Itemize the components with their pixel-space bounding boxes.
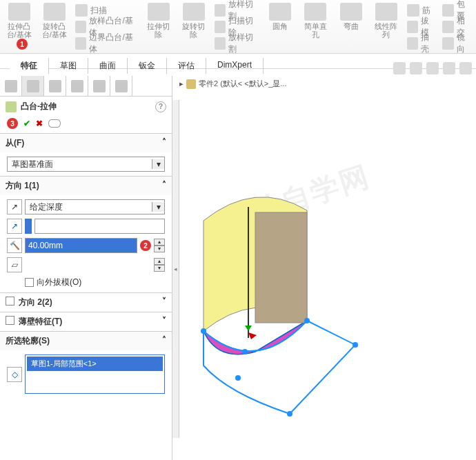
depth-spinner[interactable]: ▴▾ [154, 239, 165, 252]
tab-sheetmetal[interactable]: 钣金 [128, 58, 167, 74]
direction1-header[interactable]: 方向 1(1)˄ [0, 177, 172, 195]
svg-point-7 [287, 411, 292, 417]
viewport-3d[interactable]: 软件自学网 [179, 90, 476, 460]
extrude-icon [8, 3, 30, 21]
thin-feature-section[interactable]: 薄壁特征(T)˅ [0, 312, 172, 331]
property-panel: 凸台-拉伸 ? 3 ✔ ✖ 从(F)˄ 草图基准面▾ 方向 1(1)˄ ↗ 给定… [0, 76, 172, 460]
end-condition-combo[interactable]: 给定深度▾ [25, 199, 165, 214]
svg-point-9 [242, 349, 248, 354]
zoom-icon[interactable] [393, 62, 406, 74]
ribbon-shell[interactable]: 抽壳 [407, 36, 437, 51]
ribbon-revolve-boss[interactable]: 旋转凸台/基体 [39, 3, 69, 53]
extrude-feature-icon [6, 101, 17, 112]
thin-checkbox[interactable] [6, 316, 14, 325]
depth-icon: 🔨 [7, 238, 22, 253]
dropdown-icon: ▾ [152, 159, 164, 169]
depth-input[interactable]: 40.00mm [25, 238, 137, 253]
marker-3: 3 [7, 118, 18, 129]
ribbon-extrude-cut[interactable]: 拉伸切除 [143, 3, 173, 53]
ribbon-mirror[interactable]: 镜向 [442, 36, 472, 51]
marker-2: 2 [140, 240, 151, 251]
view-icon[interactable] [443, 62, 455, 74]
tab-surface[interactable]: 曲面 [88, 58, 128, 74]
command-tabs: 特征 草图 曲面 钣金 评估 DimXpert [10, 58, 264, 74]
breadcrumb[interactable]: ▸ 零件2 (默认< <默认>_显... [179, 79, 286, 89]
view-icons [393, 62, 472, 74]
contour-item[interactable]: 草图1-局部范围<1> [27, 357, 163, 371]
ribbon-hole[interactable]: 简单直孔 [301, 3, 330, 53]
panel-tab-2[interactable] [22, 76, 44, 96]
model-preview [179, 90, 476, 460]
tab-features[interactable]: 特征 [10, 58, 49, 74]
draft-spinner[interactable]: ▴▾ [154, 258, 165, 272]
ribbon-loft-cut2[interactable]: 放样切割 [215, 36, 260, 51]
help-icon[interactable]: ? [155, 101, 166, 112]
ribbon-bend[interactable]: 弯曲 [336, 3, 366, 53]
reverse-direction-icon[interactable]: ↗ [7, 199, 22, 214]
ribbon-fillet[interactable]: 圆角 [265, 3, 295, 53]
svg-point-4 [201, 328, 206, 334]
panel-tab-5[interactable] [88, 76, 110, 96]
crumb-arrow: ▸ [179, 79, 184, 88]
svg-point-6 [353, 342, 358, 348]
panel-tab-1[interactable] [0, 76, 22, 96]
selection-indicator [25, 219, 32, 234]
panel-tab-3[interactable] [44, 76, 66, 96]
ribbon: 1 拉伸凸台/基体 旋转凸台/基体 扫描 放样凸台/基体 边界凸台/基体 拉伸切… [0, 0, 476, 54]
svg-point-5 [304, 318, 310, 323]
crumb-text: 零件2 (默认< <默认>_显... [199, 79, 286, 89]
contour-icon: ◇ [7, 367, 22, 382]
feature-header: 凸台-拉伸 ? [0, 97, 172, 117]
tab-evaluate[interactable]: 评估 [167, 58, 206, 74]
panel-tab-4[interactable] [66, 76, 88, 96]
marker-1: 1 [17, 39, 28, 50]
tab-dimxpert[interactable]: DimXpert [206, 58, 264, 74]
direction2-section[interactable]: 方向 2(2)˅ [0, 292, 172, 312]
pan-icon[interactable] [410, 62, 422, 74]
draft-angle-icon[interactable]: ▱ [7, 257, 22, 272]
svg-point-8 [235, 375, 241, 381]
draft-outward-checkbox[interactable] [25, 278, 34, 287]
preview-icon[interactable] [48, 119, 61, 128]
contours-header[interactable]: 所选轮廓(S)˄ [0, 332, 172, 350]
from-section-header[interactable]: 从(F)˄ [0, 134, 172, 152]
rotate-icon[interactable] [426, 62, 439, 74]
panel-tab-6[interactable] [110, 76, 132, 96]
direction2-checkbox[interactable] [6, 297, 14, 306]
direction-icon[interactable]: ↗ [7, 219, 22, 234]
chevron-up-icon: ˄ [162, 137, 166, 149]
panel-collapse-bar[interactable]: ◂ [172, 100, 179, 438]
cancel-button[interactable]: ✖ [36, 119, 43, 128]
ribbon-boundary[interactable]: 边界凸台/基体 [75, 36, 139, 51]
tab-sketch[interactable]: 草图 [49, 58, 88, 74]
svg-rect-0 [255, 212, 307, 323]
ribbon-revolve-cut[interactable]: 旋转切除 [179, 3, 208, 53]
part-icon [186, 79, 196, 89]
ribbon-linear-pattern[interactable]: 线性阵列 [371, 3, 401, 53]
feature-title: 凸台-拉伸 [21, 101, 57, 112]
direction-input[interactable] [34, 219, 165, 234]
ok-button[interactable]: ✔ [23, 119, 30, 128]
contour-list[interactable]: 草图1-局部范围<1> [25, 354, 165, 394]
from-combo[interactable]: 草图基准面▾ [7, 157, 165, 172]
draft-outward-label: 向外拔模(O) [37, 277, 81, 288]
view2-icon[interactable] [459, 62, 472, 74]
revolve-icon [43, 3, 66, 21]
